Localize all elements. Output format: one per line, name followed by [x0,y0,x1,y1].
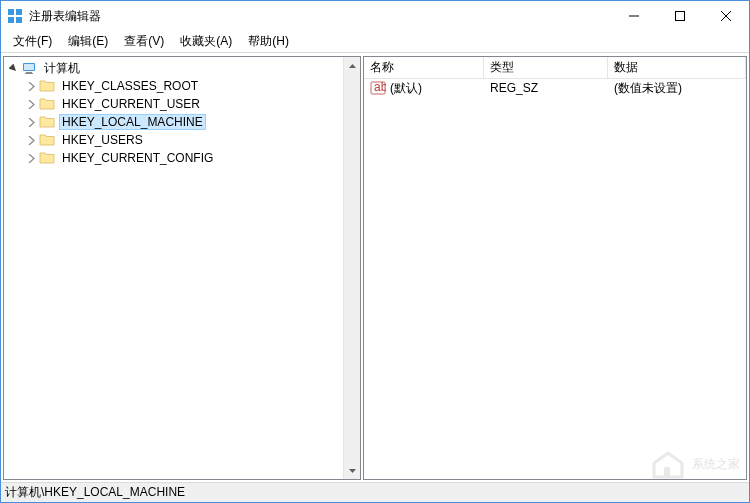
tree-node-hkey-current-config[interactable]: HKEY_CURRENT_CONFIG [4,149,360,167]
svg-rect-0 [8,9,14,15]
computer-icon [21,60,37,76]
menu-bar: 文件(F) 编辑(E) 查看(V) 收藏夹(A) 帮助(H) [1,31,749,53]
tree-vertical-scrollbar[interactable] [343,57,360,479]
svg-rect-9 [24,64,34,70]
menu-favorites[interactable]: 收藏夹(A) [172,31,240,52]
menu-edit[interactable]: 编辑(E) [60,31,116,52]
expand-icon[interactable] [24,133,38,147]
menu-help[interactable]: 帮助(H) [240,31,297,52]
svg-rect-5 [676,12,685,21]
value-type-cell: REG_SZ [484,81,608,95]
scroll-up-button[interactable] [344,57,360,74]
expand-icon[interactable] [24,151,38,165]
expand-icon[interactable] [24,97,38,111]
tree-node-label: HKEY_CLASSES_ROOT [59,78,201,94]
title-bar: 注册表编辑器 [1,1,749,31]
svg-rect-2 [8,17,14,23]
list-header: 名称 类型 数据 [364,57,746,79]
column-data[interactable]: 数据 [608,57,746,78]
tree-pane: 计算机 HKEY_CLASSES_ROOTHKEY_CURRENT_USERHK… [3,56,361,480]
folder-icon [39,114,55,130]
column-type[interactable]: 类型 [484,57,608,78]
menu-view[interactable]: 查看(V) [116,31,172,52]
tree-root-label: 计算机 [41,59,83,78]
svg-rect-3 [16,17,22,23]
svg-rect-11 [25,73,33,74]
value-name-cell: ab(默认) [364,80,484,97]
folder-icon [39,132,55,148]
folder-icon [39,96,55,112]
value-row[interactable]: ab(默认)REG_SZ(数值未设置) [364,79,746,97]
tree-node-label: HKEY_CURRENT_CONFIG [59,150,216,166]
folder-icon [39,78,55,94]
tree-node-hkey-local-machine[interactable]: HKEY_LOCAL_MACHINE [4,113,360,131]
scroll-track[interactable] [344,74,360,462]
status-bar: 计算机\HKEY_LOCAL_MACHINE [1,482,749,502]
menu-file[interactable]: 文件(F) [5,31,60,52]
values-pane: 名称 类型 数据 ab(默认)REG_SZ(数值未设置) [363,56,747,480]
column-name[interactable]: 名称 [364,57,484,78]
tree-node-hkey-users[interactable]: HKEY_USERS [4,131,360,149]
string-value-icon: ab [370,80,386,96]
window-title: 注册表编辑器 [29,8,611,25]
tree-node-hkey-current-user[interactable]: HKEY_CURRENT_USER [4,95,360,113]
tree-root[interactable]: 计算机 [4,59,360,77]
close-button[interactable] [703,1,749,31]
tree-node-label: HKEY_USERS [59,132,146,148]
expand-icon[interactable] [24,79,38,93]
folder-icon [39,150,55,166]
maximize-button[interactable] [657,1,703,31]
expand-icon[interactable] [24,115,38,129]
tree-node-hkey-classes-root[interactable]: HKEY_CLASSES_ROOT [4,77,360,95]
status-path: 计算机\HKEY_LOCAL_MACHINE [5,484,185,501]
minimize-button[interactable] [611,1,657,31]
tree-node-label: HKEY_CURRENT_USER [59,96,203,112]
window-controls [611,1,749,31]
value-name: (默认) [390,80,422,97]
tree-node-label: HKEY_LOCAL_MACHINE [59,114,206,130]
registry-tree[interactable]: 计算机 HKEY_CLASSES_ROOTHKEY_CURRENT_USERHK… [4,57,360,479]
svg-text:ab: ab [374,80,386,94]
svg-rect-10 [26,72,32,73]
scroll-down-button[interactable] [344,462,360,479]
main-content: 计算机 HKEY_CLASSES_ROOTHKEY_CURRENT_USERHK… [1,53,749,482]
app-icon [7,8,23,24]
collapse-icon[interactable] [6,61,20,75]
value-data-cell: (数值未设置) [608,80,746,97]
values-list[interactable]: ab(默认)REG_SZ(数值未设置) [364,79,746,479]
svg-rect-1 [16,9,22,15]
